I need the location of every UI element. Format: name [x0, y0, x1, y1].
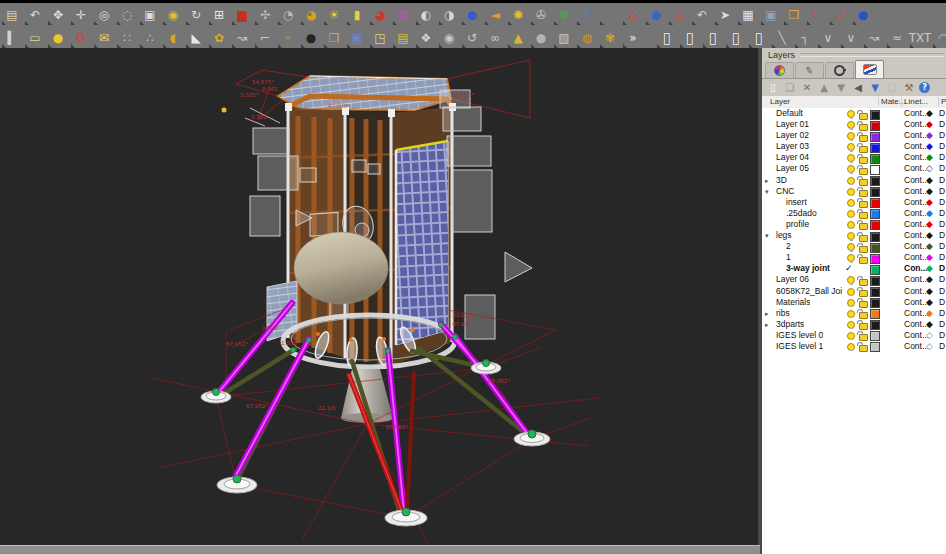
print-width[interactable]: D [939, 330, 945, 341]
print-width[interactable]: D [939, 341, 945, 352]
print-color-diamond[interactable]: ◆ [926, 230, 933, 241]
layer-visibility-bulb-icon[interactable] [847, 321, 855, 329]
print-width[interactable]: D [939, 297, 945, 308]
column-linetype[interactable]: Linet... [901, 97, 928, 106]
print-width[interactable]: D [939, 141, 945, 152]
panel-help-icon[interactable]: ? [919, 82, 930, 93]
layer-color-swatch[interactable] [870, 232, 880, 242]
notes-icon[interactable]: ▯ [749, 29, 769, 48]
layers-tab[interactable] [855, 60, 884, 78]
layer-row[interactable]: Materials Cont... ◆ D [762, 297, 946, 308]
wire-sphere-icon[interactable]: ❖ [416, 29, 436, 48]
layer-color-swatch[interactable] [870, 165, 880, 175]
match-layer-icon[interactable]: ❏ [885, 81, 899, 95]
print-color-diamond[interactable]: ◆ [926, 319, 933, 330]
brush-tab[interactable] [795, 62, 824, 78]
open-file-icon[interactable]: ▯ [680, 29, 700, 48]
interp-curve-icon[interactable]: ↝ [864, 29, 884, 48]
layer-color-swatch[interactable] [870, 198, 880, 208]
filter-icon[interactable]: ▼ [868, 81, 882, 95]
layer-color-swatch[interactable] [870, 309, 880, 319]
more-chevron-icon[interactable]: » [623, 29, 643, 48]
folder-icon[interactable]: ❒ [324, 29, 344, 48]
print-color-diamond[interactable]: ◆ [926, 297, 933, 308]
save-file-icon[interactable]: ▯ [703, 29, 723, 48]
print-width[interactable]: D [939, 186, 945, 197]
layer-visibility-bulb-icon[interactable] [847, 232, 855, 240]
layer-color-swatch[interactable] [870, 121, 880, 131]
print-width[interactable]: D [939, 286, 945, 297]
layer-visibility-bulb-icon[interactable] [847, 132, 855, 140]
cube-icon[interactable]: ▧ [554, 29, 574, 48]
layer-row[interactable]: 1 Cont... ◆ D [762, 252, 946, 263]
gear-sun-icon[interactable]: ✺ [508, 6, 528, 25]
link-icon[interactable]: ✇ [531, 6, 551, 25]
layer-color-swatch[interactable] [870, 209, 880, 219]
display-tab[interactable] [765, 62, 794, 78]
print-color-diamond[interactable]: ◇ [926, 341, 933, 352]
print-color-diamond[interactable]: ◆ [926, 263, 933, 274]
expand-arrow[interactable]: ▸ [765, 309, 769, 318]
cplane-xy-icon[interactable]: ∟ [600, 6, 620, 25]
export-file-icon[interactable]: ▯ [726, 29, 746, 48]
torus-icon[interactable]: ◍ [577, 29, 597, 48]
delete-layer-icon[interactable]: ✕ [800, 81, 814, 95]
spray-icon[interactable]: ▍ [2, 29, 22, 48]
blob-icon[interactable]: ✿ [209, 29, 229, 48]
layer-color-swatch[interactable] [870, 154, 880, 164]
layer-tools-icon[interactable]: ⚒ [902, 81, 916, 95]
spotlight-icon[interactable]: ◣ [186, 29, 206, 48]
viewport-3d[interactable]: 54.875° 8.061 3.585° 42.000° 0.360 54.87… [0, 48, 760, 545]
print-width[interactable]: D [939, 252, 945, 263]
print-color-diamond[interactable]: ◆ [926, 219, 933, 230]
layer-color-swatch[interactable] [870, 265, 880, 275]
envelope-icon[interactable]: ✉ [94, 29, 114, 48]
cplane-move-icon[interactable]: ∟ [807, 6, 827, 25]
layer-row[interactable]: profile Cont... ◆ D [762, 219, 946, 230]
earth-icon[interactable]: ❁ [554, 6, 574, 25]
layer-linetype[interactable]: Con... [904, 263, 928, 274]
color-wheel-icon[interactable]: ❂ [393, 6, 413, 25]
cplane-right-icon[interactable]: ∠ [669, 6, 689, 25]
move-up-icon[interactable]: ▲ [817, 81, 831, 95]
lock-icon[interactable]: ▮ [347, 6, 367, 25]
picture-frame-icon[interactable]: ▣ [347, 29, 367, 48]
layer-row[interactable]: Layer 01 Cont... ◆ D [762, 119, 946, 130]
layer-row[interactable]: 3-way joint ✓ Con... ◆ D [762, 263, 946, 274]
print-width[interactable]: D [939, 319, 945, 330]
layer-visibility-bulb-icon[interactable] [847, 332, 855, 340]
layer-color-swatch[interactable] [870, 298, 880, 308]
gold-dot-icon[interactable]: ◦ [278, 29, 298, 48]
new-file-icon[interactable]: ▯ [657, 29, 677, 48]
print-width[interactable]: D [939, 230, 945, 241]
print-width[interactable]: D [939, 274, 945, 285]
layer-visibility-bulb-icon[interactable] [847, 143, 855, 151]
print-width[interactable]: D [939, 208, 945, 219]
layer-visibility-bulb-icon[interactable] [847, 299, 855, 307]
text-icon[interactable]: TXT [910, 29, 930, 48]
spiral-icon[interactable]: ↺ [462, 29, 482, 48]
layer-color-swatch[interactable] [870, 220, 880, 230]
curve-icon[interactable]: ↝ [232, 29, 252, 48]
open-folder-icon[interactable]: ❒ [784, 6, 804, 25]
eye-icon[interactable]: ◕ [301, 6, 321, 25]
print-color-diamond[interactable]: ◆ [926, 308, 933, 319]
view-arrows-icon[interactable]: ⇄ [830, 6, 850, 25]
sphere-mini-icon[interactable]: ● [646, 6, 666, 25]
circle-icon[interactable]: ◉ [439, 29, 459, 48]
layer-row[interactable]: Layer 06 Cont... ◆ D [762, 274, 946, 285]
layer-visibility-bulb-icon[interactable] [847, 243, 855, 251]
layer-row[interactable]: Layer 03 Cont... ◆ D [762, 141, 946, 152]
print-color-diamond[interactable]: ◆ [926, 241, 933, 252]
shaded-sphere-icon[interactable]: ◐ [416, 6, 436, 25]
zoom-icon[interactable]: ◎ [94, 6, 114, 25]
print-color-diamond[interactable]: ◆ [926, 130, 933, 141]
zoom-out-icon[interactable]: ◌ [117, 6, 137, 25]
print-width[interactable]: D [939, 241, 945, 252]
corner-curve-icon[interactable]: ∨ [818, 29, 838, 48]
print-color-diamond[interactable]: ◆ [926, 108, 933, 119]
layer-visibility-bulb-icon[interactable] [847, 210, 855, 218]
black-dot-icon[interactable]: ● [301, 29, 321, 48]
layer-row[interactable]: IGES level 1 Cont... ◇ D [762, 341, 946, 352]
layer-row[interactable]: Layer 04 Cont... ◆ D [762, 152, 946, 163]
